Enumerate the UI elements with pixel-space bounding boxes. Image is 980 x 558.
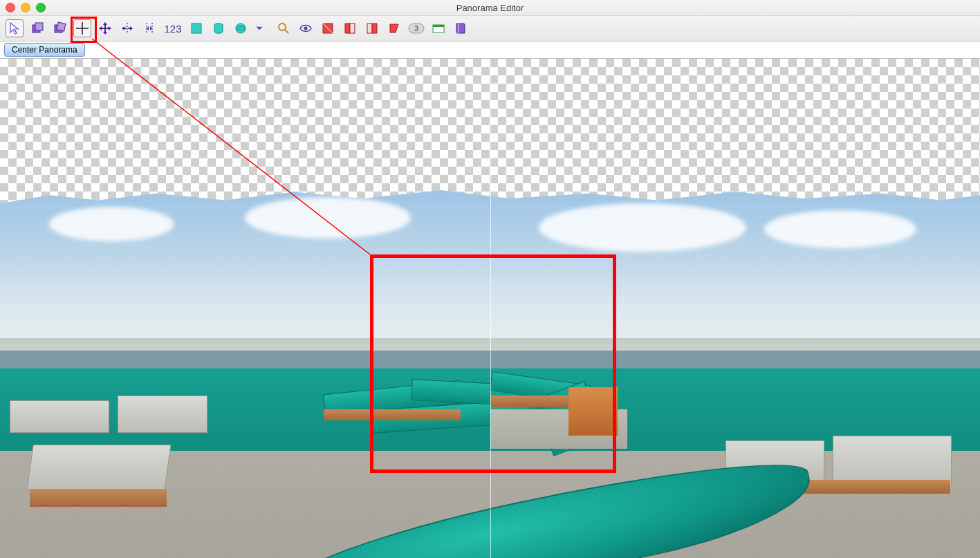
mask-d-tool[interactable] <box>386 20 403 37</box>
preview-tool[interactable] <box>297 20 314 37</box>
sphere-icon <box>234 21 248 35</box>
crosshair-icon <box>75 21 89 35</box>
layer-count-label: 3 <box>414 24 418 32</box>
toolbar: 123 <box>0 16 980 41</box>
vert-align-tool[interactable] <box>141 20 158 37</box>
tool-dropdown[interactable] <box>255 20 264 37</box>
titlebar: Panorama Editor <box>0 0 980 16</box>
sphere-tool[interactable] <box>232 20 249 37</box>
panel-red-c-icon <box>365 21 379 35</box>
center-panorama-tool[interactable] <box>73 19 91 37</box>
book-icon <box>454 21 468 35</box>
window-title: Panorama Editor <box>0 3 980 13</box>
svg-rect-21 <box>458 24 459 33</box>
crop-tool[interactable] <box>188 20 205 37</box>
layers-rotate-icon <box>53 21 66 35</box>
mask-a-tool[interactable] <box>320 20 336 37</box>
svg-rect-3 <box>57 22 66 31</box>
svg-point-15 <box>304 27 308 30</box>
numeric-transform-tool[interactable]: 123 <box>163 20 183 37</box>
layers-icon <box>30 21 44 35</box>
panel-red-b-icon <box>343 21 357 35</box>
select-tool[interactable] <box>6 19 24 37</box>
numeric-label: 123 <box>164 23 181 35</box>
move-arrows-icon <box>98 21 112 35</box>
svg-point-13 <box>279 24 286 30</box>
panel-red-d-icon <box>387 21 401 35</box>
layer-count-pill[interactable]: 3 <box>408 20 425 37</box>
panel-red-a-icon <box>321 21 335 35</box>
align-vertical-icon <box>142 21 156 35</box>
mask-c-tool[interactable] <box>364 20 380 37</box>
panorama-canvas[interactable] <box>0 59 980 558</box>
svg-rect-20 <box>433 25 444 27</box>
cylinder-icon <box>212 21 225 35</box>
svg-line-14 <box>285 30 288 33</box>
svg-rect-9 <box>192 24 201 33</box>
tool-tooltip: Center Panorama <box>4 43 85 57</box>
magnifier-icon <box>277 21 290 35</box>
chevron-down-icon <box>255 21 264 35</box>
open-tool[interactable] <box>430 20 447 37</box>
rotate-image-tool[interactable] <box>51 20 68 37</box>
cylinder-tool[interactable] <box>210 20 227 37</box>
folder-icon <box>432 21 445 35</box>
move-image-tool[interactable] <box>29 20 46 37</box>
svg-rect-17 <box>367 24 372 33</box>
eye-icon <box>299 21 313 35</box>
svg-rect-1 <box>35 23 43 30</box>
cursor-icon <box>8 21 21 35</box>
center-guide-line <box>490 59 491 558</box>
zoom-tool[interactable] <box>275 20 292 37</box>
align-horizontal-icon <box>120 21 134 35</box>
square-icon <box>189 21 203 35</box>
help-tool[interactable] <box>452 20 469 37</box>
move-pano-tool[interactable] <box>97 20 113 37</box>
horiz-align-tool[interactable] <box>119 20 136 37</box>
svg-point-11 <box>236 24 246 33</box>
svg-rect-16 <box>350 24 355 33</box>
info-bar: Center Panorama <box>0 41 980 59</box>
mask-b-tool[interactable] <box>342 20 358 37</box>
